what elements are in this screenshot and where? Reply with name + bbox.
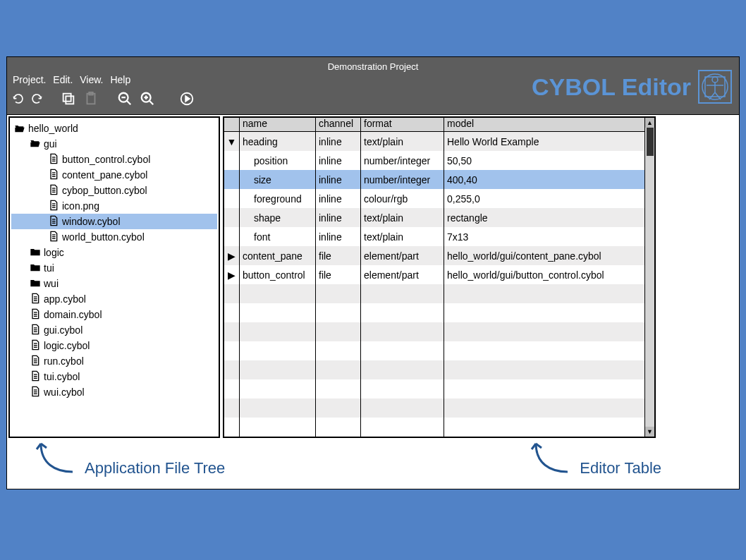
cell-format (361, 322, 444, 341)
tree-label: wui.cybol (44, 386, 85, 398)
folder-open-icon (30, 138, 41, 151)
cell-name: button_control (240, 265, 316, 284)
cell-name: content_pane (240, 246, 316, 265)
cell-name (240, 360, 316, 379)
table-row[interactable]: fontinlinetext/plain7x13 (224, 227, 644, 246)
zoom-in-icon[interactable] (140, 91, 155, 106)
cell-format (361, 379, 444, 398)
scrollbar[interactable]: ▲ ▼ (644, 118, 654, 437)
table-row[interactable]: ▶button_controlfileelement/parthello_wor… (224, 265, 644, 284)
file-icon (48, 153, 59, 166)
cell-channel: inline (316, 132, 361, 151)
scroll-down-icon[interactable]: ▼ (645, 427, 654, 437)
folder-icon (30, 277, 41, 291)
tree-item[interactable]: gui.cybol (11, 322, 217, 338)
tree-item[interactable]: tui.cybol (11, 369, 217, 384)
table-row (224, 322, 644, 341)
table-row (224, 284, 644, 303)
expand-toggle[interactable]: ▶ (224, 265, 240, 284)
cell-channel (316, 360, 361, 379)
table-row (224, 303, 644, 322)
tree-item[interactable]: app.cybol (11, 291, 217, 307)
redo-icon[interactable] (31, 93, 42, 104)
tree-item[interactable]: run.cybol (11, 353, 217, 369)
table-row[interactable]: positioninlinenumber/integer50,50 (224, 151, 644, 170)
tree-item[interactable]: content_pane.cybol (11, 167, 217, 183)
table-row[interactable]: foregroundinlinecolour/rgb0,255,0 (224, 189, 644, 208)
tree-label: window.cybol (62, 216, 121, 227)
cell-channel (316, 341, 361, 360)
undo-icon[interactable] (13, 93, 24, 104)
expand-toggle (224, 379, 240, 398)
tree-item[interactable]: world_button.cybol (11, 229, 217, 245)
cell-channel (316, 418, 361, 437)
cell-channel: file (316, 265, 361, 284)
cell-channel: inline (316, 208, 361, 227)
tree-item[interactable]: window.cybol (11, 214, 217, 229)
menu-view[interactable]: View. (80, 74, 103, 85)
tree-item[interactable]: gui (11, 136, 217, 152)
cell-model (444, 360, 644, 379)
cell-channel: inline (316, 227, 361, 246)
menu-project[interactable]: Project. (13, 74, 46, 85)
expand-toggle[interactable]: ▼ (224, 132, 240, 151)
table-row[interactable]: shapeinlinetext/plainrectangle (224, 208, 644, 227)
annotation-right: Editor Table (580, 459, 661, 477)
file-icon (48, 200, 59, 213)
header-name[interactable]: name (240, 118, 316, 131)
expand-toggle (224, 284, 240, 303)
tree-item[interactable]: icon.png (11, 198, 217, 214)
header-model[interactable]: model (444, 118, 644, 131)
tree-label: wui (44, 278, 59, 289)
header-format[interactable]: format (361, 118, 444, 131)
toolbar (13, 91, 195, 106)
cell-name: shape (240, 208, 316, 227)
brand-text: CYBOL Editor (532, 73, 691, 101)
tree-item[interactable]: cybop_button.cybol (11, 183, 217, 198)
menu-edit[interactable]: Edit. (53, 74, 73, 85)
tree-item[interactable]: wui.cybol (11, 384, 217, 400)
file-icon (30, 370, 41, 384)
table-row[interactable]: sizeinlinenumber/integer400,40 (224, 170, 644, 189)
copy-icon[interactable] (61, 91, 76, 106)
table-header: name channel format model (224, 118, 644, 132)
table-row[interactable]: ▶content_panefileelement/parthello_world… (224, 246, 644, 265)
scroll-up-icon[interactable]: ▲ (645, 118, 654, 128)
tree-item[interactable]: domain.cybol (11, 307, 217, 322)
menu-help[interactable]: Help (110, 74, 130, 85)
scroll-thumb[interactable] (647, 128, 654, 156)
tree-item[interactable]: logic (11, 245, 217, 260)
expand-toggle (224, 418, 240, 437)
svg-line-17 (715, 92, 721, 99)
cell-channel (316, 379, 361, 398)
tree-label: logic (44, 247, 64, 258)
file-icon (30, 293, 41, 306)
tree-item[interactable]: logic.cybol (11, 338, 217, 353)
expand-toggle[interactable]: ▶ (224, 246, 240, 265)
cell-format (361, 360, 444, 379)
paste-icon[interactable] (83, 91, 99, 106)
expand-toggle (224, 227, 240, 246)
cell-format: element/part (361, 265, 444, 284)
cell-model: rectangle (444, 208, 644, 227)
tree-root[interactable]: hello_world (11, 121, 217, 136)
cell-model (444, 398, 644, 418)
play-icon[interactable] (179, 91, 195, 106)
folder-icon (30, 262, 41, 275)
tree-item[interactable]: wui (11, 276, 217, 291)
cell-format: element/part (361, 246, 444, 265)
tree-label: gui.cybol (44, 324, 82, 336)
tree-label: app.cybol (44, 293, 86, 305)
expand-toggle (224, 341, 240, 360)
tree-item[interactable]: button_control.cybol (11, 152, 217, 167)
zoom-out-icon[interactable] (117, 91, 133, 106)
svg-line-5 (127, 101, 131, 105)
header-channel[interactable]: channel (316, 118, 361, 131)
file-tree: hello_world guibutton_control.cybolconte… (8, 116, 220, 438)
cell-name (240, 418, 316, 437)
table-row[interactable]: ▼headinginlinetext/plainHello World Exam… (224, 132, 644, 151)
table-row (224, 379, 644, 398)
svg-line-8 (149, 101, 154, 105)
file-icon (48, 184, 59, 197)
tree-item[interactable]: tui (11, 260, 217, 276)
